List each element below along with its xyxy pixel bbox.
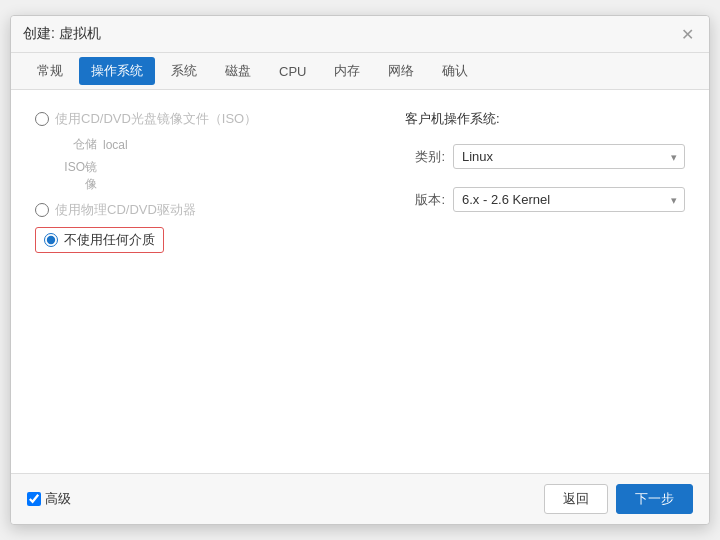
iso-sub-fields: 仓储 local ISO镜像 — [57, 136, 365, 193]
guest-os-title: 客户机操作系统: — [405, 110, 685, 128]
tab-confirm[interactable]: 确认 — [428, 54, 482, 88]
create-vm-dialog: 创建: 虚拟机 ✕ 常规 操作系统 系统 磁盘 CPU 内存 网络 确认 使用C… — [10, 15, 710, 525]
tab-general[interactable]: 常规 — [23, 54, 77, 88]
advanced-label: 高级 — [45, 490, 71, 508]
os-type-row: 类别: Linux Windows Other ▾ — [405, 144, 685, 169]
next-button[interactable]: 下一步 — [616, 484, 693, 514]
iso-path-row: ISO镜像 — [57, 159, 365, 193]
option-none-row: 不使用任何介质 — [35, 227, 365, 253]
storage-row: 仓储 local — [57, 136, 365, 153]
dialog-footer: 高级 返回 下一步 — [11, 473, 709, 524]
os-version-label: 版本: — [405, 191, 445, 209]
tab-os[interactable]: 操作系统 — [79, 57, 155, 85]
tab-network[interactable]: 网络 — [374, 54, 428, 88]
advanced-area: 高级 — [27, 490, 71, 508]
option-none-radio[interactable] — [44, 233, 58, 247]
back-button[interactable]: 返回 — [544, 484, 608, 514]
tab-bar: 常规 操作系统 系统 磁盘 CPU 内存 网络 确认 — [11, 53, 709, 90]
close-button[interactable]: ✕ — [677, 24, 697, 44]
option-iso-label: 使用CD/DVD光盘镜像文件（ISO） — [55, 110, 257, 128]
title-bar: 创建: 虚拟机 ✕ — [11, 16, 709, 53]
option-iso-radio[interactable] — [35, 112, 49, 126]
os-version-select[interactable]: 6.x - 2.6 Kernel 5.x - 2.6 Kernel 4.x - … — [453, 187, 685, 212]
option-none-label: 不使用任何介质 — [64, 231, 155, 249]
tab-disk[interactable]: 磁盘 — [211, 54, 265, 88]
os-type-select[interactable]: Linux Windows Other — [453, 144, 685, 169]
iso-label: ISO镜像 — [57, 159, 97, 193]
os-type-label: 类别: — [405, 148, 445, 166]
option-physical-label: 使用物理CD/DVD驱动器 — [55, 201, 196, 219]
right-panel: 客户机操作系统: 类别: Linux Windows Other ▾ 版本: — [405, 110, 685, 453]
advanced-checkbox[interactable] — [27, 492, 41, 506]
dialog-title: 创建: 虚拟机 — [23, 25, 101, 43]
media-radio-group: 使用CD/DVD光盘镜像文件（ISO） 仓储 local ISO镜像 使用物理C… — [35, 110, 365, 253]
storage-label: 仓储 — [57, 136, 97, 153]
os-type-select-wrapper: Linux Windows Other ▾ — [453, 144, 685, 169]
tab-system[interactable]: 系统 — [157, 54, 211, 88]
tab-cpu[interactable]: CPU — [265, 56, 320, 87]
os-version-select-wrapper: 6.x - 2.6 Kernel 5.x - 2.6 Kernel 4.x - … — [453, 187, 685, 212]
option-physical-row: 使用物理CD/DVD驱动器 — [35, 201, 365, 219]
option-physical-radio[interactable] — [35, 203, 49, 217]
dialog-content: 使用CD/DVD光盘镜像文件（ISO） 仓储 local ISO镜像 使用物理C… — [11, 90, 709, 473]
os-version-row: 版本: 6.x - 2.6 Kernel 5.x - 2.6 Kernel 4.… — [405, 187, 685, 212]
storage-value: local — [103, 138, 128, 152]
left-panel: 使用CD/DVD光盘镜像文件（ISO） 仓储 local ISO镜像 使用物理C… — [35, 110, 365, 453]
option-none-box: 不使用任何介质 — [35, 227, 164, 253]
tab-memory[interactable]: 内存 — [320, 54, 374, 88]
option-iso-row: 使用CD/DVD光盘镜像文件（ISO） — [35, 110, 365, 128]
